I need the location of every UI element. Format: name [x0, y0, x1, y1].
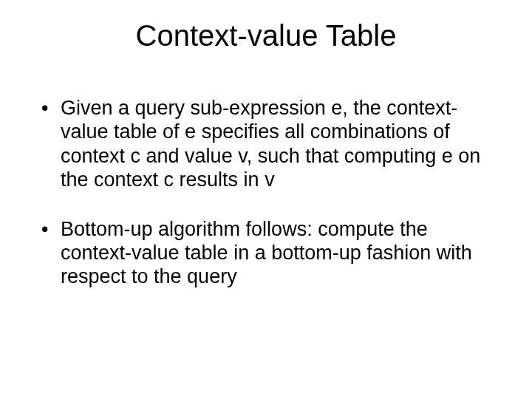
slide: Context-value Table Given a query sub-ex… — [0, 0, 532, 399]
bullet-text: Bottom-up algorithm follows: compute the… — [61, 218, 472, 288]
list-item: Given a query sub-expression e, the cont… — [40, 96, 492, 192]
slide-title: Context-value Table — [0, 19, 532, 52]
list-item: Bottom-up algorithm follows: compute the… — [40, 217, 492, 289]
bullet-list: Given a query sub-expression e, the cont… — [40, 96, 492, 289]
slide-body: Given a query sub-expression e, the cont… — [40, 96, 492, 314]
bullet-text: Given a query sub-expression e, the cont… — [61, 97, 480, 191]
